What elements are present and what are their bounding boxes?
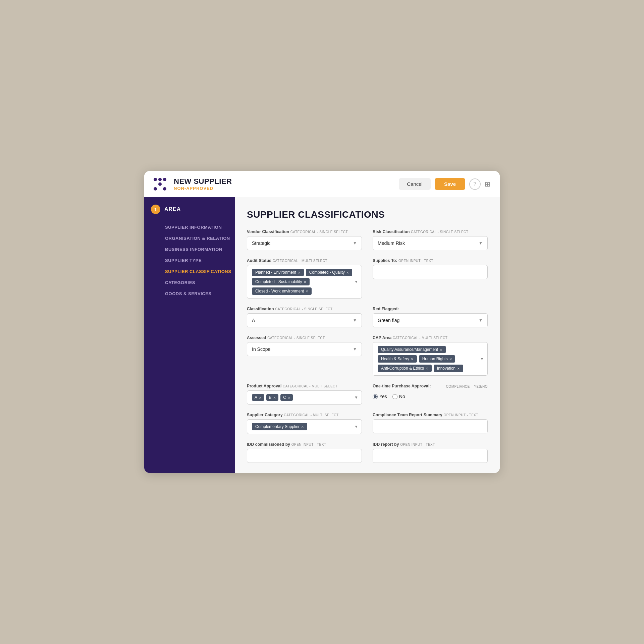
tag-health-safety[interactable]: Health & Safery × [378,355,417,363]
chevron-down-icon: ▼ [353,318,357,323]
cap-area-label: CAP Area CATEGORICAL - MULTI SELECT [373,335,488,340]
remove-tag-completed-sustainability[interactable]: × [304,280,306,284]
sidebar-item-supplier-information[interactable]: SUPPLIER INFORMATION [162,222,235,232]
tag-product-b[interactable]: B × [266,394,279,401]
app-window: NEW SUPPLIER NON-APPROVED Cancel Save ? … [144,171,500,473]
save-button[interactable]: Save [435,178,465,190]
sidebar-item-supplier-classifications[interactable]: SUPPLIER CLASSIFICATIONS [162,266,235,277]
logo-dot [163,178,166,181]
remove-tag-closed-work-environment[interactable]: × [306,289,308,293]
remove-tag-product-c[interactable]: × [288,395,290,400]
remove-tag-innovation[interactable]: × [457,366,460,371]
logo-dot [154,187,157,191]
header-title: NEW SUPPLIER NON-APPROVED [174,177,399,191]
idd-commissioned-input[interactable] [247,449,362,463]
risk-classification-label: Risk Classification CATEGORICAL - SINGLE… [373,229,488,234]
compliance-report-label: Compliance Team Report Summary OPEN INPU… [373,413,488,417]
cancel-button[interactable]: Cancel [399,178,431,190]
remove-tag-human-rights[interactable]: × [449,357,452,361]
content-area: SUPPLIER CLASSIFICATIONS Vendor Classifi… [235,197,500,473]
tag-human-rights[interactable]: Human Rights × [419,355,455,363]
help-icon[interactable]: ? [469,178,481,190]
remove-tag-quality-assurance[interactable]: × [440,347,442,352]
supplier-category-group: Supplier Category CATEGORICAL - MULTI SE… [247,413,362,434]
sidebar-item-organisation-relation[interactable]: ORGANISATION & RELATION [162,233,235,244]
idd-report-group: IDD report by OPEN INPUT - TEXT [373,442,488,463]
supplier-name: NEW SUPPLIER [174,177,399,186]
one-time-radio-group: Yes No [373,390,488,402]
idd-commissioned-label: IDD commissioned by OPEN INPUT - TEXT [247,442,362,447]
header-actions: Cancel Save ? ⊞ [399,178,490,190]
remove-tag-product-a[interactable]: × [259,395,262,400]
audit-status-multiselect[interactable]: Planned - Environment × Completed - Qual… [247,265,362,299]
radio-no-label[interactable]: No [392,394,405,399]
vendor-classification-label: Vendor Classification CATEGORICAL - SING… [247,229,362,234]
supplier-category-multiselect[interactable]: Complementary Supplier × ▼ [247,419,362,434]
radio-yes[interactable] [373,394,378,399]
supplies-to-label: Supplies To: OPEN INPUT - TEXT [373,258,488,263]
supplies-to-group: Supplies To: OPEN INPUT - TEXT [373,258,488,299]
audit-status-group: Audit Status CATEGORICAL - MULTI SELECT … [247,258,362,299]
one-time-purchase-group: One-time Purchase Approval: COMPLIANCE –… [373,384,488,405]
remove-tag-product-b[interactable]: × [273,395,276,400]
vendor-classification-select[interactable]: Strategic ▼ [247,236,362,250]
chevron-down-icon: ▼ [353,347,357,352]
supplier-status: NON-APPROVED [174,186,399,191]
supplies-to-input[interactable] [373,265,488,279]
tag-complementary-supplier[interactable]: Complementary Supplier × [252,423,307,430]
risk-classification-group: Risk Classification CATEGORICAL - SINGLE… [373,229,488,250]
tag-product-c[interactable]: C × [280,394,293,401]
radio-no[interactable] [392,394,397,399]
assessed-label: Assessed CATEGORICAL - SINGLE SELECT [247,335,362,340]
assessed-select[interactable]: In Scope ▼ [247,342,362,356]
sidebar-item-supplier-type[interactable]: SUPPLIER TYPE [162,255,235,266]
compliance-report-input[interactable] [373,419,488,433]
logo-dot [154,182,157,186]
sidebar-item-goods-services[interactable]: GOODS & SERVICES [162,288,235,299]
logo [154,178,166,191]
chevron-down-icon: ▼ [354,424,358,429]
tag-completed-quality[interactable]: Completed - Quality × [306,269,353,276]
tag-planned-environment[interactable]: Planned - Environment × [252,269,304,276]
sidebar-header: 1 AREA [144,197,235,219]
radio-yes-label[interactable]: Yes [373,394,387,399]
tag-innovation[interactable]: Innovation × [434,365,463,372]
idd-report-label: IDD report by OPEN INPUT - TEXT [373,442,488,447]
tag-quality-assurance[interactable]: Quality Assurance/Management × [378,346,446,353]
tag-completed-sustainability[interactable]: Completed - Sustainability × [252,278,310,285]
supplier-category-label: Supplier Category CATEGORICAL - MULTI SE… [247,413,362,417]
remove-tag-anti-corruption[interactable]: × [426,366,428,371]
cap-area-group: CAP Area CATEGORICAL - MULTI SELECT Qual… [373,335,488,376]
sidebar-nav: SUPPLIER INFORMATION ORGANISATION & RELA… [144,219,235,304]
page-title: SUPPLIER CLASSIFICATIONS [247,209,488,220]
area-label: AREA [164,206,181,212]
remove-tag-planned-environment[interactable]: × [298,270,301,275]
chevron-down-icon: ▼ [479,318,483,323]
logo-dot [163,187,166,191]
product-approval-multiselect[interactable]: A × B × C × ▼ [247,390,362,405]
idd-report-input[interactable] [373,449,488,463]
logo-dot [158,187,162,191]
remove-tag-health-safety[interactable]: × [411,357,414,361]
idd-commissioned-group: IDD commissioned by OPEN INPUT - TEXT [247,442,362,463]
tag-anti-corruption[interactable]: Anti-Corruption & Ethics × [378,365,432,372]
one-time-purchase-label: One-time Purchase Approval: [373,384,431,388]
remove-tag-complementary-supplier[interactable]: × [301,425,304,429]
product-approval-group: Product Approval CATEGORICAL - MULTI SEL… [247,384,362,405]
classification-group: Classification CATEGORICAL - SINGLE SELE… [247,307,362,327]
sidebar-item-categories[interactable]: CATEGORIES [162,277,235,288]
tag-product-a[interactable]: A × [252,394,264,401]
red-flagged-select[interactable]: Green flag ▼ [373,313,488,327]
area-badge: 1 [151,205,160,214]
cap-area-multiselect[interactable]: Quality Assurance/Management × Health & … [373,342,488,376]
remove-tag-completed-quality[interactable]: × [346,270,349,275]
sidebar-item-business-information[interactable]: BUSINESS INFORMATION [162,244,235,255]
audit-status-label: Audit Status CATEGORICAL - MULTI SELECT [247,258,362,263]
sidebar: 1 AREA SUPPLIER INFORMATION ORGANISATION… [144,197,235,473]
classification-select[interactable]: A ▼ [247,313,362,327]
expand-icon[interactable]: ⊞ [485,180,490,188]
vendor-classification-group: Vendor Classification CATEGORICAL - SING… [247,229,362,250]
logo-dot [158,182,162,186]
tag-closed-work-environment[interactable]: Closed - Work environment × [252,287,312,295]
risk-classification-select[interactable]: Medium Risk ▼ [373,236,488,250]
